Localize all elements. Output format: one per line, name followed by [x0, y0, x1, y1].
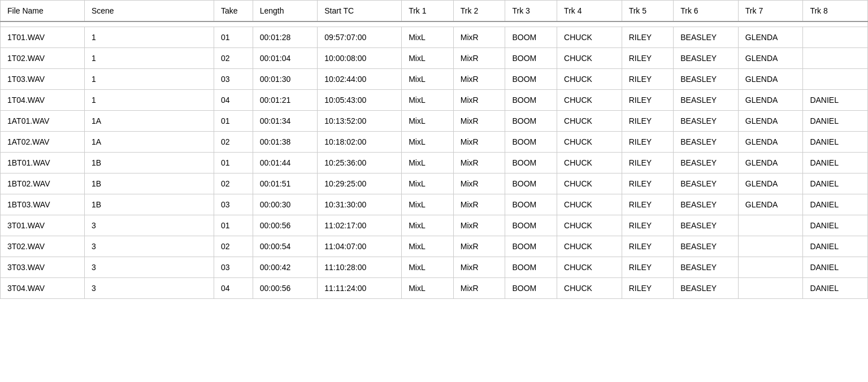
cell-trk6: BEASLEY [674, 69, 739, 90]
cell-trk4: CHUCK [557, 153, 622, 173]
cell-trk1: MixL [402, 132, 454, 153]
table-row: 1T03.WAV10300:01:3010:02:44:00MixLMixRBO… [1, 69, 868, 90]
cell-length: 00:01:51 [253, 173, 318, 194]
cell-take: 04 [214, 90, 253, 111]
cell-trk2: MixR [453, 48, 505, 69]
cell-trk4: CHUCK [557, 132, 622, 153]
cell-length: 00:01:34 [253, 111, 318, 132]
cell-trk4: CHUCK [557, 90, 622, 111]
cell-trk8: DANIEL [803, 153, 868, 173]
cell-trk8: DANIEL [803, 90, 868, 111]
cell-filename: 1T04.WAV [1, 90, 85, 111]
cell-filename: 1BT03.WAV [1, 194, 85, 215]
data-table: File Name Scene Take Length Start TC Trk… [0, 0, 868, 299]
table-row: 1AT01.WAV1A0100:01:3410:13:52:00MixLMixR… [1, 111, 868, 132]
cell-scene: 1B [84, 153, 214, 173]
table-row: 3T03.WAV30300:00:4211:10:28:00MixLMixRBO… [1, 257, 868, 278]
cell-starttc: 10:02:44:00 [318, 69, 402, 90]
cell-filename: 3T04.WAV [1, 278, 85, 299]
cell-trk8: DANIEL [803, 257, 868, 278]
cell-trk5: RILEY [622, 153, 674, 173]
cell-trk7: GLENDA [738, 194, 803, 215]
cell-trk6: BEASLEY [674, 278, 739, 299]
cell-trk3: BOOM [505, 257, 557, 278]
col-header-trk8: Trk 8 [803, 1, 868, 22]
cell-trk3: BOOM [505, 278, 557, 299]
spacer-row [1, 21, 868, 27]
cell-trk3: BOOM [505, 236, 557, 257]
cell-starttc: 09:57:07:00 [318, 27, 402, 48]
cell-trk2: MixR [453, 90, 505, 111]
cell-starttc: 10:29:25:00 [318, 173, 402, 194]
cell-trk5: RILEY [622, 132, 674, 153]
cell-starttc: 11:11:24:00 [318, 278, 402, 299]
cell-take: 01 [214, 215, 253, 236]
cell-length: 00:01:28 [253, 27, 318, 48]
cell-trk5: RILEY [622, 236, 674, 257]
cell-trk2: MixR [453, 236, 505, 257]
cell-trk4: CHUCK [557, 278, 622, 299]
cell-trk5: RILEY [622, 257, 674, 278]
table-row: 3T02.WAV30200:00:5411:04:07:00MixLMixRBO… [1, 236, 868, 257]
cell-trk5: RILEY [622, 194, 674, 215]
cell-trk4: CHUCK [557, 173, 622, 194]
cell-take: 02 [214, 132, 253, 153]
cell-take: 02 [214, 48, 253, 69]
table-row: 1BT03.WAV1B0300:00:3010:31:30:00MixLMixR… [1, 194, 868, 215]
cell-trk4: CHUCK [557, 236, 622, 257]
cell-trk4: CHUCK [557, 257, 622, 278]
cell-trk4: CHUCK [557, 27, 622, 48]
cell-trk1: MixL [402, 69, 454, 90]
cell-trk8 [803, 48, 868, 69]
cell-trk6: BEASLEY [674, 153, 739, 173]
cell-trk2: MixR [453, 194, 505, 215]
table-row: 1T04.WAV10400:01:2110:05:43:00MixLMixRBO… [1, 90, 868, 111]
cell-trk8 [803, 69, 868, 90]
cell-length: 00:00:56 [253, 215, 318, 236]
table-row: 1T01.WAV10100:01:2809:57:07:00MixLMixRBO… [1, 27, 868, 48]
cell-starttc: 10:05:43:00 [318, 90, 402, 111]
cell-trk8: DANIEL [803, 111, 868, 132]
cell-trk3: BOOM [505, 48, 557, 69]
cell-trk8: DANIEL [803, 236, 868, 257]
cell-trk1: MixL [402, 173, 454, 194]
cell-length: 00:01:21 [253, 90, 318, 111]
cell-take: 01 [214, 153, 253, 173]
cell-filename: 1T02.WAV [1, 48, 85, 69]
col-header-trk5: Trk 5 [622, 1, 674, 22]
cell-take: 02 [214, 236, 253, 257]
cell-trk6: BEASLEY [674, 215, 739, 236]
cell-trk3: BOOM [505, 90, 557, 111]
table-row: 1BT01.WAV1B0100:01:4410:25:36:00MixLMixR… [1, 153, 868, 173]
cell-trk5: RILEY [622, 90, 674, 111]
col-header-scene: Scene [84, 1, 214, 22]
cell-filename: 1BT02.WAV [1, 173, 85, 194]
cell-trk7: GLENDA [738, 153, 803, 173]
cell-trk7 [738, 257, 803, 278]
cell-trk7 [738, 278, 803, 299]
cell-trk5: RILEY [622, 278, 674, 299]
cell-trk1: MixL [402, 236, 454, 257]
cell-starttc: 10:31:30:00 [318, 194, 402, 215]
cell-trk1: MixL [402, 153, 454, 173]
cell-trk1: MixL [402, 27, 454, 48]
cell-trk2: MixR [453, 278, 505, 299]
cell-take: 04 [214, 278, 253, 299]
cell-filename: 3T02.WAV [1, 236, 85, 257]
cell-trk8: DANIEL [803, 278, 868, 299]
cell-trk4: CHUCK [557, 48, 622, 69]
col-header-trk6: Trk 6 [674, 1, 739, 22]
cell-trk7: GLENDA [738, 69, 803, 90]
cell-trk7 [738, 215, 803, 236]
cell-scene: 1A [84, 132, 214, 153]
header-row: File Name Scene Take Length Start TC Trk… [1, 1, 868, 22]
cell-trk3: BOOM [505, 194, 557, 215]
cell-trk1: MixL [402, 278, 454, 299]
cell-length: 00:01:38 [253, 132, 318, 153]
cell-length: 00:00:54 [253, 236, 318, 257]
cell-filename: 1AT01.WAV [1, 111, 85, 132]
cell-starttc: 10:00:08:00 [318, 48, 402, 69]
cell-trk2: MixR [453, 69, 505, 90]
cell-scene: 1B [84, 173, 214, 194]
cell-trk1: MixL [402, 111, 454, 132]
